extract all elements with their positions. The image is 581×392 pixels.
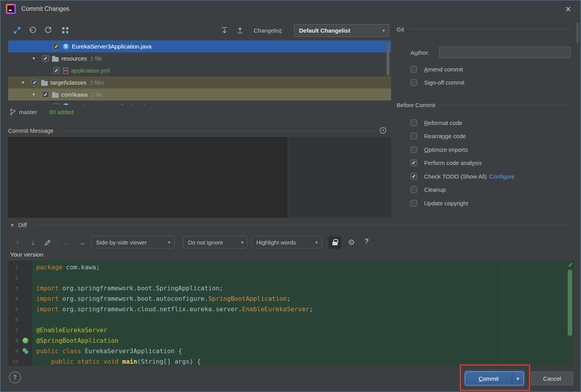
tree-item-label: com\kawa xyxy=(61,91,88,98)
code-line: public class EurekaServer3Application { xyxy=(32,346,566,356)
tree-row[interactable]: ▼✓target\classes2 files xyxy=(8,76,391,88)
disable-editing-toggle[interactable] xyxy=(329,236,341,249)
revert-button[interactable] xyxy=(27,24,38,36)
tree-row[interactable]: ✓YMLapplication.yml xyxy=(8,64,391,76)
checkbox-option: Amend commit xyxy=(411,62,464,76)
highlight-mode-select[interactable]: Highlight words ▾ xyxy=(251,236,322,248)
commit-changes-dialog: Commit Changes × Changelist: Default Cha xyxy=(0,0,581,392)
code-line: import org.springframework.cloud.netflix… xyxy=(32,304,566,314)
refresh-button[interactable] xyxy=(42,24,54,36)
message-history-button[interactable] xyxy=(378,125,388,135)
commit-message-label: Commit Message xyxy=(8,127,54,134)
checkbox[interactable]: ✓ xyxy=(411,160,417,166)
checkbox-option: ✓Check TODO (Show All)Configure xyxy=(411,170,515,183)
class-icon: C xyxy=(63,43,69,50)
tree-row[interactable]: ▼✓resources1 file xyxy=(8,52,391,64)
git-options: Amend commitSign-off commit xyxy=(411,62,464,89)
checkbox-label: Check TODO (Show All) xyxy=(424,173,487,180)
cancel-button[interactable]: Cancel xyxy=(531,371,573,385)
close-icon[interactable]: × xyxy=(562,3,574,16)
tree-scrollbar[interactable] xyxy=(386,42,390,76)
line-number: 5 xyxy=(8,306,18,312)
checkbox[interactable]: ✓ xyxy=(411,173,417,180)
tree-checkbox[interactable]: ✓ xyxy=(53,67,60,74)
help-button[interactable]: ? xyxy=(9,371,21,383)
separator xyxy=(439,105,571,105)
previous-difference-button[interactable]: ↑ xyxy=(11,236,24,249)
author-input[interactable] xyxy=(439,47,571,58)
checkbox-option: Reformat code xyxy=(411,116,515,130)
refresh-icon xyxy=(44,26,52,35)
tree-checkbox[interactable]: ✓ xyxy=(42,91,49,98)
tree-expand-arrow[interactable]: ▼ xyxy=(31,92,42,97)
checkbox-option: ✓Perform code analysis xyxy=(411,156,515,170)
diff-help-icon[interactable]: ? xyxy=(365,238,369,245)
tree-expand-arrow[interactable]: ▼ xyxy=(31,56,42,61)
pencil-icon xyxy=(44,239,52,246)
run-gutter-icon[interactable] xyxy=(23,348,28,354)
expand-all-button[interactable] xyxy=(219,24,230,36)
checkbox[interactable] xyxy=(411,186,417,193)
viewer-mode-select[interactable]: Side-by-side viewer ▾ xyxy=(91,236,175,248)
tree-checkbox[interactable]: ✓ xyxy=(31,79,38,86)
tree-checkbox[interactable]: ✓ xyxy=(53,43,60,50)
line-number: 4 xyxy=(8,296,18,302)
code-line xyxy=(32,314,566,325)
previous-file-button[interactable]: ← xyxy=(60,236,73,249)
checkbox-option: Rearrange code xyxy=(411,130,515,143)
checkbox[interactable] xyxy=(411,66,417,73)
checkbox-option: Sign-off commit xyxy=(411,76,464,89)
jump-to-source-button[interactable] xyxy=(42,236,54,249)
undo-icon xyxy=(28,26,37,35)
next-file-button[interactable]: → xyxy=(76,236,88,249)
editor-scrollbar[interactable] xyxy=(568,270,572,336)
folder-icon xyxy=(41,81,48,86)
next-difference-button[interactable]: ↓ xyxy=(27,236,39,249)
checkbox[interactable] xyxy=(411,133,417,139)
checkbox[interactable] xyxy=(411,200,417,206)
group-by-directory-button[interactable] xyxy=(59,24,71,36)
folder-icon xyxy=(52,93,59,98)
separator xyxy=(58,238,58,246)
whitespace-ignore-select[interactable]: Do not ignore ▾ xyxy=(183,236,248,248)
tree-checkbox[interactable]: ✓ xyxy=(53,103,60,105)
tree-row[interactable]: ✓CEurekaServer3Application.java xyxy=(8,40,391,52)
checkbox[interactable] xyxy=(411,79,417,86)
tree-expand-arrow[interactable]: ▼ xyxy=(20,80,31,85)
configure-link[interactable]: Configure xyxy=(489,173,515,180)
checkbox-option: Optimize imports xyxy=(411,143,515,156)
line-number: 7 xyxy=(8,327,18,333)
bean-gutter-icon[interactable] xyxy=(23,338,28,343)
code-line: import org.springframework.boot.autoconf… xyxy=(32,293,566,304)
diff-editor: 12345678910 package com.kawa;import org.… xyxy=(8,260,574,366)
inspection-ok-icon: ✓ xyxy=(568,261,573,269)
viewer-mode-value: Side-by-side viewer xyxy=(96,239,147,246)
show-diff-button[interactable] xyxy=(11,24,23,36)
tree-item-label: target\classes xyxy=(50,79,87,86)
tree-item-label: EurekaServer3Application.class xyxy=(72,103,154,105)
tree-checkbox[interactable]: ✓ xyxy=(42,55,49,62)
branch-name: master xyxy=(19,109,37,115)
tree-row[interactable]: ▼✓com\kawa1 file xyxy=(8,88,391,101)
panel-scrollbar[interactable] xyxy=(576,22,579,42)
checkbox[interactable] xyxy=(411,120,417,126)
diff-settings-button[interactable]: ⚙ xyxy=(345,236,358,248)
diff-collapse-arrow[interactable]: ▼ xyxy=(10,223,14,227)
changes-tree: ✓CEurekaServer3Application.java▼✓resourc… xyxy=(8,40,391,105)
code-line: @SpringBootApplication xyxy=(32,335,566,346)
line-number: 10 xyxy=(8,359,18,364)
changelist-select[interactable]: Default Changelist ▾ xyxy=(294,24,389,37)
code-pane: package com.kawa;import org.springframew… xyxy=(32,260,566,366)
window-title: Commit Changes xyxy=(21,5,70,12)
tree-item-count: 1 file xyxy=(90,56,102,62)
checkbox[interactable] xyxy=(411,146,417,153)
collapse-all-button[interactable] xyxy=(234,24,246,36)
branch-status: master 80 added xyxy=(10,108,73,116)
commit-message-input[interactable] xyxy=(8,137,391,218)
checkbox-label: Perform code analysis xyxy=(424,160,482,166)
tree-row[interactable]: ✓CEurekaServer3Application.class xyxy=(8,101,391,105)
checkbox-option: Update copyright xyxy=(411,196,515,210)
tree-item-count: 1 file xyxy=(91,92,103,98)
code-line xyxy=(32,272,566,283)
diff-arrows-icon xyxy=(12,26,22,35)
